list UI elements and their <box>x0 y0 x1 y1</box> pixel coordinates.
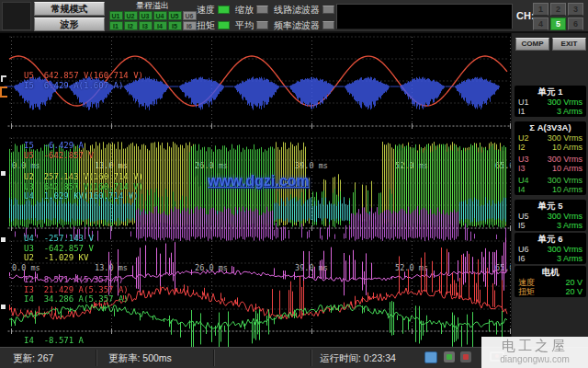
indicator-6[interactable]: 频率滤波器 <box>274 18 334 32</box>
channel-name: I3 <box>518 164 526 173</box>
trace-label: I3 21.429 A(5.357 A) <box>24 285 129 295</box>
indicator-label: 频率滤波器 <box>274 19 320 32</box>
channel-value: 20 V <box>565 278 582 287</box>
center-watermark: www.dgzi.com <box>208 173 310 190</box>
channel-name: 速度 <box>518 278 535 287</box>
overflow-cell-u6: U6 <box>183 11 197 20</box>
channel-button-4[interactable]: 4 <box>533 17 548 30</box>
channel-value: 10 Arms <box>552 143 582 152</box>
trace-label: I4 34.286 A(5.357 A) <box>24 294 129 305</box>
channel-value: 3 Arms <box>557 221 582 230</box>
panel-row: U5300 Vrms <box>518 212 582 221</box>
corner-watermark-url: diangongwu.com <box>481 354 588 365</box>
indicator-1[interactable]: 速度 <box>197 3 230 17</box>
channel-button-1[interactable]: 1 <box>533 3 548 16</box>
panel-row: 扭矩20 V <box>518 287 582 296</box>
zone3-marker-icon[interactable] <box>1 237 6 242</box>
trace-label: I3 -21.429 A <box>24 346 88 348</box>
indicator-led <box>322 6 334 14</box>
overflow-cell-i5: I5 <box>168 21 182 30</box>
panel-row: I63 Arms <box>518 254 582 263</box>
indicator-5[interactable]: 线路滤波器 <box>274 3 334 17</box>
channel-name: U2 <box>518 133 529 143</box>
overflow-cell-i2: I2 <box>124 21 138 30</box>
channel-name: I6 <box>518 254 526 263</box>
exit-button[interactable]: EXIT <box>552 38 586 51</box>
overflow-cell-u4: U4 <box>153 11 167 20</box>
indicator-3[interactable]: 缩放 <box>235 3 268 17</box>
zone4-marker-icon[interactable] <box>1 305 6 309</box>
channel-name: U5 <box>518 212 529 221</box>
panel-title: Σ A(3V3A) <box>518 122 582 133</box>
indicator-label: 速度 <box>197 4 215 17</box>
run-time: 运行时间: 0:23:34 <box>320 352 396 365</box>
panel-row: U6300 Vrms <box>518 245 582 254</box>
channel-value: 300 Vrms <box>548 98 582 107</box>
trace-label: I5 -6.429 A <box>24 141 94 151</box>
green-status-icon[interactable] <box>444 351 455 362</box>
zone2-bottom-labels: U4 -257.143 VU3 -642.857 VU2 -1.029 KV <box>24 234 94 263</box>
channel-button-2[interactable]: 2 <box>550 3 566 16</box>
toolbar-readout-display <box>336 4 513 29</box>
trace-label: U4 1.029 KV(160.714 V) <box>24 191 143 201</box>
panel-5: 电机速度20 V扭矩20 V <box>514 266 586 297</box>
channel-value: 300 Vrms <box>548 155 582 164</box>
overflow-cell-u5: U5 <box>168 11 182 20</box>
top-toolbar: 常规模式 波形 量程溢出 U1U2U3U4U5U6I1I2I3I4I5I6 速度… <box>0 0 588 33</box>
channel-name: U1 <box>518 98 529 107</box>
indicator-2[interactable]: 扭矩 <box>197 18 230 32</box>
panel-2: Σ A(3V3A)U2300 VrmsI210 ArmsU3300 VrmsI3… <box>514 121 586 195</box>
display-capture-icon[interactable] <box>424 351 437 363</box>
panel-row: U2300 Vrms <box>518 133 582 143</box>
channel-button-6[interactable]: 6 <box>568 17 583 30</box>
indicator-led <box>256 21 268 29</box>
overflow-cell-i1: I1 <box>109 21 123 30</box>
panel-title: 电机 <box>518 267 582 278</box>
sidebar: COMP EXIT 单元 1U1300 VrmsI13 ArmsΣ A(3V3A… <box>511 33 588 347</box>
mode-button[interactable]: 常规模式 <box>34 2 105 16</box>
trace-label: U3 -642.857 V <box>24 244 94 254</box>
indicator-group: 速度扭矩缩放平均线路滤波器频率滤波器 <box>197 3 334 32</box>
panel-title: 单元 5 <box>518 201 582 212</box>
analyzer-screen: 常规模式 波形 量程溢出 U1U2U3U4U5U6I1I2I3I4I5I6 速度… <box>0 0 588 368</box>
channel-name: U3 <box>518 155 529 164</box>
channel-value: 3 Arms <box>557 107 582 116</box>
channel-name: I5 <box>518 221 526 230</box>
channel-value: 10 Arms <box>552 185 582 194</box>
channel-name: U4 <box>518 176 529 185</box>
panel-title: 单元 6 <box>518 234 582 245</box>
zone2-marker-icon[interactable] <box>1 171 6 176</box>
trigger-marker-icon[interactable] <box>1 75 6 82</box>
panel-row: I410 Arms <box>518 185 582 194</box>
channel-value: 300 Vrms <box>548 133 582 143</box>
trace-label: U2 257.143 V(160.714 V) <box>24 172 143 182</box>
panel-row: I13 Arms <box>518 107 582 116</box>
trace-label: I2 8.571 A(5.357 A) <box>24 275 129 285</box>
waveform-view-button[interactable]: 波形 <box>34 17 105 31</box>
trace-label: I5 6.429 A(1.607 A) <box>24 81 143 91</box>
channel-value: 20 V <box>565 287 582 296</box>
channel-button-5[interactable]: 5 <box>550 17 566 30</box>
panel-row: I53 Arms <box>518 221 582 230</box>
panel-row: U4300 Vrms <box>518 176 582 185</box>
menu-box[interactable] <box>2 2 31 30</box>
channel-value: 10 Arms <box>552 164 582 173</box>
indicator-4[interactable]: 平均 <box>235 18 268 32</box>
channel-buttons: 123456 <box>533 3 583 30</box>
trace-label: U4 -257.143 V <box>24 234 94 244</box>
channel-name: I1 <box>518 107 526 116</box>
zone2-top-labels: U2 257.143 V(160.714 V)U3 642.857 V(160.… <box>24 172 143 201</box>
overflow-cell-i4: I4 <box>153 21 167 30</box>
trace-position-marker-icon[interactable] <box>0 86 7 98</box>
channel-button-3[interactable]: 3 <box>568 3 583 16</box>
comp-button[interactable]: COMP <box>515 38 549 51</box>
red-status-icon[interactable] <box>460 351 471 362</box>
trace-label: U2 -1.029 KV <box>24 253 94 263</box>
zone1-bottom-labels: I5 -6.429 AU5 -642.857 V <box>24 141 94 160</box>
indicator-label: 平均 <box>235 19 254 32</box>
panel-title: 单元 1 <box>518 86 582 98</box>
update-rate: 更新率: 500ms <box>108 352 172 365</box>
overflow-cell-u1: U1 <box>109 11 123 20</box>
channel-value: 3 Arms <box>557 254 582 263</box>
overflow-cell-u2: U2 <box>124 11 138 20</box>
